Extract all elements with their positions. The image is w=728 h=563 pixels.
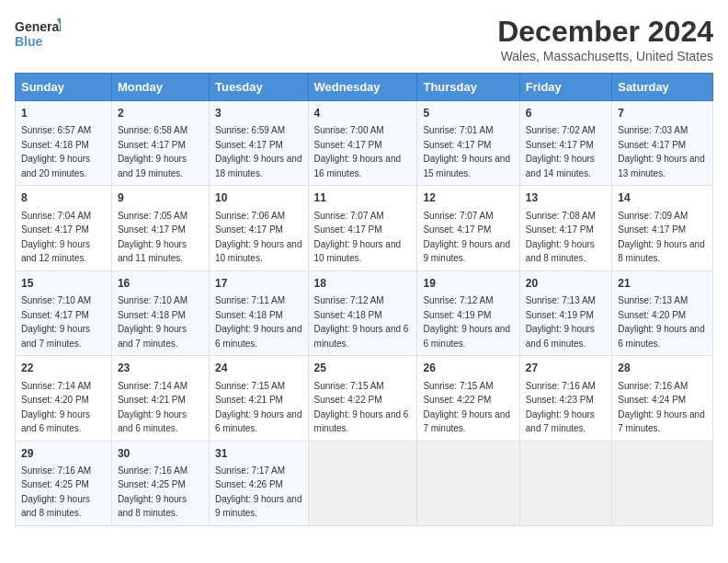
day-info: Sunrise: 7:07 AM Sunset: 4:17 PM Dayligh… <box>423 211 510 264</box>
day-info: Sunrise: 7:07 AM Sunset: 4:17 PM Dayligh… <box>314 211 402 264</box>
calendar-week-row: 15 Sunrise: 7:10 AM Sunset: 4:17 PM Dayl… <box>16 270 713 355</box>
calendar-cell: 22 Sunrise: 7:14 AM Sunset: 4:20 PM Dayl… <box>16 356 112 441</box>
day-number: 29 <box>21 446 106 462</box>
calendar-week-row: 1 Sunrise: 6:57 AM Sunset: 4:18 PM Dayli… <box>16 101 713 186</box>
calendar-cell: 15 Sunrise: 7:10 AM Sunset: 4:17 PM Dayl… <box>16 270 112 355</box>
day-number: 23 <box>118 361 203 376</box>
day-number: 9 <box>118 190 203 206</box>
day-info: Sunrise: 7:06 AM Sunset: 4:17 PM Dayligh… <box>215 211 302 264</box>
calendar-cell: 23 Sunrise: 7:14 AM Sunset: 4:21 PM Dayl… <box>111 356 209 441</box>
calendar-cell: 1 Sunrise: 6:57 AM Sunset: 4:18 PM Dayli… <box>16 101 112 186</box>
day-number: 17 <box>215 276 302 292</box>
day-info: Sunrise: 7:08 AM Sunset: 4:17 PM Dayligh… <box>526 211 596 264</box>
day-number: 12 <box>423 190 513 206</box>
day-number: 4 <box>314 106 412 121</box>
calendar-cell: 29 Sunrise: 7:16 AM Sunset: 4:25 PM Dayl… <box>16 441 112 525</box>
calendar-cell <box>308 441 417 525</box>
day-number: 25 <box>314 361 412 376</box>
day-number: 15 <box>21 276 106 292</box>
calendar-cell: 30 Sunrise: 7:16 AM Sunset: 4:25 PM Dayl… <box>111 441 209 525</box>
day-number: 10 <box>215 190 302 206</box>
column-header-saturday: Saturday <box>612 74 713 101</box>
title-area: December 2024 Wales, Massachusetts, Unit… <box>497 15 713 63</box>
calendar-cell <box>519 441 611 525</box>
calendar-cell <box>417 441 519 525</box>
day-info: Sunrise: 7:17 AM Sunset: 4:26 PM Dayligh… <box>215 465 302 519</box>
day-info: Sunrise: 6:58 AM Sunset: 4:17 PM Dayligh… <box>118 125 188 178</box>
day-info: Sunrise: 7:10 AM Sunset: 4:17 PM Dayligh… <box>21 295 91 349</box>
day-number: 8 <box>21 190 106 206</box>
calendar-week-row: 29 Sunrise: 7:16 AM Sunset: 4:25 PM Dayl… <box>16 441 713 525</box>
column-header-monday: Monday <box>111 74 209 101</box>
calendar-cell: 2 Sunrise: 6:58 AM Sunset: 4:17 PM Dayli… <box>111 101 209 186</box>
calendar-cell: 3 Sunrise: 6:59 AM Sunset: 4:17 PM Dayli… <box>209 101 308 186</box>
calendar-cell: 31 Sunrise: 7:17 AM Sunset: 4:26 PM Dayl… <box>209 441 308 525</box>
day-number: 20 <box>526 276 606 292</box>
calendar-cell: 10 Sunrise: 7:06 AM Sunset: 4:17 PM Dayl… <box>209 186 308 270</box>
day-number: 18 <box>314 276 412 292</box>
svg-text:Blue: Blue <box>15 34 43 49</box>
day-info: Sunrise: 7:12 AM Sunset: 4:18 PM Dayligh… <box>314 295 409 349</box>
calendar-cell: 25 Sunrise: 7:15 AM Sunset: 4:22 PM Dayl… <box>308 356 417 441</box>
column-header-tuesday: Tuesday <box>209 74 308 101</box>
day-number: 11 <box>314 190 412 206</box>
calendar-cell: 6 Sunrise: 7:02 AM Sunset: 4:17 PM Dayli… <box>519 101 611 186</box>
calendar-cell: 12 Sunrise: 7:07 AM Sunset: 4:17 PM Dayl… <box>417 186 519 270</box>
day-number: 3 <box>215 106 302 121</box>
day-info: Sunrise: 6:57 AM Sunset: 4:18 PM Dayligh… <box>21 125 91 178</box>
day-number: 2 <box>118 106 203 121</box>
day-info: Sunrise: 7:12 AM Sunset: 4:19 PM Dayligh… <box>423 295 510 349</box>
day-info: Sunrise: 7:09 AM Sunset: 4:17 PM Dayligh… <box>618 211 705 264</box>
calendar-cell: 19 Sunrise: 7:12 AM Sunset: 4:19 PM Dayl… <box>417 270 519 355</box>
day-number: 22 <box>21 361 106 376</box>
day-info: Sunrise: 7:15 AM Sunset: 4:22 PM Dayligh… <box>423 381 510 434</box>
day-info: Sunrise: 7:04 AM Sunset: 4:17 PM Dayligh… <box>21 211 91 264</box>
day-number: 24 <box>215 361 302 376</box>
header: General Blue December 2024 Wales, Massac… <box>15 15 713 63</box>
day-info: Sunrise: 7:13 AM Sunset: 4:20 PM Dayligh… <box>618 295 705 349</box>
column-header-sunday: Sunday <box>16 74 112 101</box>
calendar-cell <box>612 441 713 525</box>
calendar-cell: 26 Sunrise: 7:15 AM Sunset: 4:22 PM Dayl… <box>417 356 519 441</box>
day-info: Sunrise: 7:16 AM Sunset: 4:25 PM Dayligh… <box>118 465 188 519</box>
calendar-cell: 7 Sunrise: 7:03 AM Sunset: 4:17 PM Dayli… <box>612 101 713 186</box>
logo: General Blue <box>15 15 61 55</box>
day-number: 14 <box>618 190 707 206</box>
day-info: Sunrise: 7:02 AM Sunset: 4:17 PM Dayligh… <box>526 125 596 178</box>
day-info: Sunrise: 7:16 AM Sunset: 4:23 PM Dayligh… <box>526 381 596 434</box>
day-number: 19 <box>423 276 513 292</box>
day-number: 21 <box>618 276 707 292</box>
day-info: Sunrise: 7:00 AM Sunset: 4:17 PM Dayligh… <box>314 125 402 178</box>
day-number: 27 <box>526 361 606 376</box>
page-title: December 2024 <box>497 15 713 49</box>
day-number: 7 <box>618 106 707 121</box>
calendar-cell: 14 Sunrise: 7:09 AM Sunset: 4:17 PM Dayl… <box>612 186 713 270</box>
calendar-cell: 21 Sunrise: 7:13 AM Sunset: 4:20 PM Dayl… <box>612 270 713 355</box>
day-number: 13 <box>526 190 606 206</box>
logo-svg: General Blue <box>15 15 61 55</box>
day-info: Sunrise: 7:03 AM Sunset: 4:17 PM Dayligh… <box>618 125 705 178</box>
calendar-cell: 16 Sunrise: 7:10 AM Sunset: 4:18 PM Dayl… <box>111 270 209 355</box>
day-info: Sunrise: 7:05 AM Sunset: 4:17 PM Dayligh… <box>118 211 188 264</box>
day-info: Sunrise: 7:13 AM Sunset: 4:19 PM Dayligh… <box>526 295 596 349</box>
calendar-cell: 20 Sunrise: 7:13 AM Sunset: 4:19 PM Dayl… <box>519 270 611 355</box>
calendar-cell: 24 Sunrise: 7:15 AM Sunset: 4:21 PM Dayl… <box>209 356 308 441</box>
svg-text:General: General <box>15 19 61 34</box>
calendar-cell: 8 Sunrise: 7:04 AM Sunset: 4:17 PM Dayli… <box>16 186 112 270</box>
day-number: 5 <box>423 106 513 121</box>
day-info: Sunrise: 7:14 AM Sunset: 4:20 PM Dayligh… <box>21 381 91 434</box>
calendar-week-row: 22 Sunrise: 7:14 AM Sunset: 4:20 PM Dayl… <box>16 356 713 441</box>
day-number: 28 <box>618 361 707 376</box>
calendar-cell: 28 Sunrise: 7:16 AM Sunset: 4:24 PM Dayl… <box>612 356 713 441</box>
day-info: Sunrise: 7:14 AM Sunset: 4:21 PM Dayligh… <box>118 381 188 434</box>
day-info: Sunrise: 7:01 AM Sunset: 4:17 PM Dayligh… <box>423 125 510 178</box>
day-number: 1 <box>21 106 106 121</box>
column-header-thursday: Thursday <box>417 74 519 101</box>
calendar-header-row: SundayMondayTuesdayWednesdayThursdayFrid… <box>16 74 713 101</box>
calendar-cell: 11 Sunrise: 7:07 AM Sunset: 4:17 PM Dayl… <box>308 186 417 270</box>
column-header-wednesday: Wednesday <box>308 74 417 101</box>
calendar-week-row: 8 Sunrise: 7:04 AM Sunset: 4:17 PM Dayli… <box>16 186 713 270</box>
day-number: 30 <box>118 446 203 462</box>
day-info: Sunrise: 7:11 AM Sunset: 4:18 PM Dayligh… <box>215 295 302 349</box>
day-number: 16 <box>118 276 203 292</box>
